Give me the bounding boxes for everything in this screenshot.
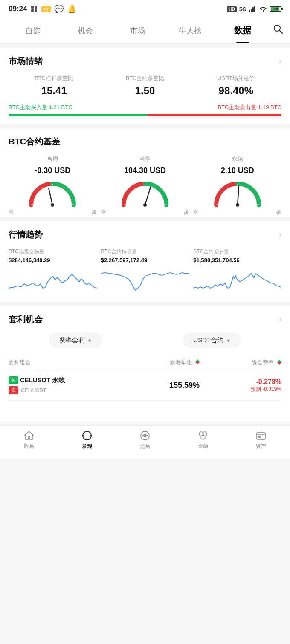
sentiment-value-usdt: 98.40% <box>191 85 281 97</box>
arb-row-partial <box>9 401 281 413</box>
status-time: 09:24 <box>9 5 27 13</box>
svg-rect-50 <box>258 436 261 438</box>
arbitrage-section: 套利机会 › 费率套利 ▼ USDT合约 ▼ 套利组合 参考年化 资金费率 <box>0 306 290 421</box>
sentiment-col-usdt: USDT场外溢价 98.40% <box>191 75 281 97</box>
basis-value-quarterly: 104.30 USD <box>101 166 189 175</box>
trade-bar-sell-fill <box>148 114 281 116</box>
svg-rect-6 <box>252 7 254 12</box>
sentiment-col-leverage: BTC杠杆多空比 15.41 <box>9 75 99 97</box>
arb-fundrate-predict: 预测 -0.319% <box>200 386 281 393</box>
arb-filter-rate[interactable]: 费率套利 ▼ <box>49 333 102 348</box>
bottom-nav: 欧易 发现 交易 金融 <box>0 425 290 459</box>
basis-value-weekly: -0.30 USD <box>9 166 97 175</box>
contract-basis-section: BTC合约基差 当周 -0.30 USD <box>0 128 290 217</box>
bottom-nav-ouyi-label: 欧易 <box>24 443 34 450</box>
trend-label-vol: BTC合约交易量 <box>193 248 281 255</box>
trend-chart-oi <box>101 267 189 292</box>
arb-badge-buy: 买 <box>9 376 18 384</box>
bottom-nav-ouyi[interactable]: 欧易 <box>16 430 42 450</box>
sentiment-label-leverage: BTC杠杆多空比 <box>9 75 99 82</box>
bottom-nav-jinrong[interactable]: 金融 <box>190 430 216 450</box>
arb-fundrate-main: -0.278% <box>200 378 281 386</box>
market-trend-header[interactable]: 行情趋势 › <box>9 229 281 240</box>
trend-label-oi: BTC合约持仓量 <box>101 248 189 255</box>
svg-rect-3 <box>35 9 37 12</box>
svg-marker-32 <box>195 362 200 364</box>
arb-header-fundrate-text: 资金费率 <box>252 359 274 367</box>
sort-annualized-icon <box>195 359 200 364</box>
svg-line-15 <box>49 188 52 205</box>
tab-shuju[interactable]: 数据 <box>216 17 269 43</box>
tab-niurenbang[interactable]: 牛人榜 <box>164 18 216 43</box>
trade-bar-buy-fill <box>9 114 148 116</box>
svg-point-30 <box>236 203 239 207</box>
tab-shichang[interactable]: 市场 <box>112 18 164 43</box>
svg-rect-5 <box>251 9 252 12</box>
market-sentiment-chevron[interactable]: › <box>279 57 281 66</box>
arb-badges-cel: 买 CELUSDT 永续 <box>9 376 118 384</box>
gauge-weekly: 空 多 <box>9 179 97 209</box>
basis-value-perp: 2.10 USD <box>193 166 281 175</box>
gauge-label-long2: 多 <box>184 209 189 216</box>
bottom-nav-jiaoyi-label: 交易 <box>140 443 150 450</box>
arb-filter-contract[interactable]: USDT合约 ▼ <box>183 333 241 348</box>
basis-label-weekly: 当周 <box>9 155 97 163</box>
search-icon <box>273 24 283 34</box>
trend-label-spot: BTC现货交易量 <box>9 248 97 255</box>
gauge-label-long3: 多 <box>276 209 281 216</box>
svg-rect-1 <box>35 6 37 9</box>
sentiment-value-contract: 1.50 <box>99 85 190 97</box>
gauge-svg-quarterly <box>119 179 171 207</box>
nav-tabs: 自选 机会 市场 牛人榜 数据 <box>0 17 290 43</box>
bottom-nav-faxian[interactable]: 发现 <box>74 430 100 450</box>
market-trend-chevron[interactable]: › <box>279 230 281 239</box>
arb-header-annualized-text: 参考年化 <box>170 359 192 366</box>
trade-bar-container: BTC主动买入量 1.21 BTC BTC主动卖出量 1.19 BTC <box>9 104 281 116</box>
trend-col-oi: BTC合约持仓量 $2,267,597,172.49 <box>101 248 189 294</box>
gauge-label-short3: 空 <box>193 209 198 216</box>
sentiment-grid: BTC杠杆多空比 15.41 BTC合约多空比 1.50 USDT场外溢价 98… <box>9 75 281 97</box>
arbitrage-chevron[interactable]: › <box>279 315 281 324</box>
bottom-nav-jiaoyi[interactable]: 交易 <box>132 430 158 450</box>
basis-label-perp: 永续 <box>193 155 281 163</box>
svg-rect-2 <box>31 9 34 12</box>
sentiment-value-leverage: 15.41 <box>9 85 99 97</box>
trend-value-oi: $2,267,597,172.49 <box>101 257 189 263</box>
trade-bar <box>9 114 281 116</box>
arb-fundrate-val: -0.278% 预测 -0.319% <box>200 378 281 393</box>
trade-bar-buy-label: BTC主动买入量 1.21 BTC <box>9 104 72 111</box>
arb-header-fundrate: 资金费率 <box>200 359 281 367</box>
svg-line-29 <box>238 186 239 205</box>
contract-basis-header: BTC合约基差 <box>9 136 281 147</box>
arb-sub-name: CEL/USDT <box>21 387 46 393</box>
bottom-nav-zichan[interactable]: 资产 <box>248 430 274 450</box>
gauge-quarterly: 空 多 <box>101 179 189 209</box>
tab-jihui[interactable]: 机会 <box>59 18 112 43</box>
svg-marker-34 <box>277 362 281 365</box>
trade-icon <box>139 430 151 441</box>
sentiment-col-contract: BTC合约多空比 1.50 <box>99 75 190 97</box>
arb-row-cel[interactable]: 买 CELUSDT 永续 卖 CEL/USDT 155.59% -0.278% … <box>9 370 281 401</box>
svg-rect-4 <box>249 10 250 12</box>
arb-sort-annualized[interactable] <box>195 359 200 366</box>
wifi-icon <box>259 6 267 12</box>
arb-filter-rate-label: 费率套利 <box>59 336 85 344</box>
status-left: 09:24 ✉ 💬 🔔 <box>9 4 76 14</box>
contract-basis-title: BTC合约基差 <box>9 136 60 147</box>
arbitrage-header[interactable]: 套利机会 › <box>9 314 281 325</box>
arb-badge-sell: 卖 <box>9 386 18 394</box>
trade-bar-labels: BTC主动买入量 1.21 BTC BTC主动卖出量 1.19 BTC <box>9 104 281 111</box>
finance-icon <box>197 430 209 441</box>
trend-col-spot: BTC现货交易量 $284,146,340.29 <box>9 248 97 294</box>
status-bar: 09:24 ✉ 💬 🔔 HD 5G 90 <box>0 0 290 17</box>
basis-col-perp: 永续 2.10 USD 空 多 <box>193 155 281 209</box>
search-button[interactable] <box>269 20 283 41</box>
svg-line-22 <box>145 187 151 205</box>
gauge-svg-perp <box>212 179 263 207</box>
trade-bar-sell-label: BTC主动卖出量 1.19 BTC <box>218 104 281 111</box>
market-sentiment-header[interactable]: 市场情绪 › <box>9 55 281 67</box>
arb-sort-fundrate[interactable] <box>277 360 281 366</box>
bottom-nav-faxian-label: 发现 <box>82 443 92 450</box>
trend-chart-vol <box>193 267 281 292</box>
tab-zixuan[interactable]: 自选 <box>7 18 59 43</box>
